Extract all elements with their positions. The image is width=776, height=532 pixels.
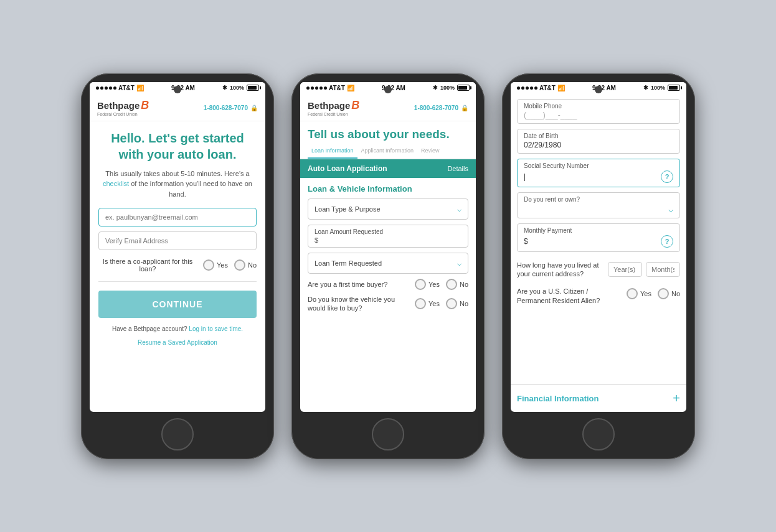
radio-circle-1 bbox=[415, 279, 426, 290]
dollar-sign-3: $ bbox=[524, 237, 528, 246]
phone-number-1[interactable]: 1-800-628-7070 🔒 bbox=[204, 105, 258, 111]
co-applicant-yes[interactable]: Yes bbox=[203, 259, 228, 271]
months-input[interactable] bbox=[646, 262, 680, 277]
address-duration-label: How long have you lived at your current … bbox=[517, 261, 603, 279]
ssn-field[interactable]: Social Security Number | ? bbox=[517, 159, 680, 187]
logo-sub-1: Federal Credit Union bbox=[97, 112, 149, 117]
phone-number-2[interactable]: 1-800-628-7070 🔒 bbox=[414, 105, 468, 111]
rent-own-field[interactable]: Do you rent or own? ⌵ bbox=[517, 192, 680, 218]
first-time-no[interactable]: No bbox=[446, 279, 468, 290]
vehicle-no[interactable]: No bbox=[446, 298, 468, 309]
yes-label-2: Yes bbox=[428, 281, 440, 288]
citizen-no[interactable]: No bbox=[658, 288, 680, 299]
home-button-2[interactable] bbox=[372, 418, 404, 450]
first-time-yes[interactable]: Yes bbox=[415, 279, 440, 290]
ssn-cursor: | bbox=[524, 172, 526, 181]
loan-term-label: Loan Term Requested bbox=[315, 259, 382, 267]
time-1: 9:32 AM bbox=[171, 85, 195, 91]
citizen-radio-yes bbox=[627, 288, 638, 299]
lock-icon-1: 🔒 bbox=[250, 105, 258, 111]
financial-title: Financial Information bbox=[517, 394, 599, 403]
mobile-phone-field[interactable]: Mobile Phone (____)___-____ bbox=[517, 99, 680, 124]
co-applicant-label: Is there a co-applicant for this loan? bbox=[98, 258, 197, 273]
yes-label-4: Yes bbox=[640, 290, 651, 297]
account-text: Have a Bethpage account? Log in to save … bbox=[98, 325, 257, 332]
phone-2: AT&T 📶 9:32 AM ✱ 100% Bethpage B Federal… bbox=[291, 73, 485, 459]
radio-no-circle bbox=[234, 259, 245, 271]
loan-amount-input: $ bbox=[308, 235, 468, 247]
email-input[interactable] bbox=[98, 208, 257, 226]
verify-email-input[interactable] bbox=[98, 231, 257, 250]
co-applicant-no[interactable]: No bbox=[234, 259, 257, 271]
email-field-wrapper bbox=[98, 208, 257, 231]
chevron-down-icon: ⌵ bbox=[457, 205, 461, 213]
monthly-payment-label: Monthly Payment bbox=[518, 224, 679, 234]
logo-b-1: B bbox=[141, 99, 149, 112]
phone-1-screen: AT&T 📶 9:32 AM ✱ 100% Bethpage B Federal… bbox=[90, 82, 265, 412]
logo-text-2: Bethpage bbox=[308, 100, 350, 111]
chevron-down-icon-2: ⌵ bbox=[457, 259, 461, 268]
carrier-1: AT&T bbox=[118, 85, 135, 91]
headline-1: Hello. Let's get started with your auto … bbox=[98, 130, 257, 162]
bluetooth-icon-1: ✱ bbox=[222, 85, 227, 91]
home-button-3[interactable] bbox=[582, 418, 615, 450]
citizen-row: Are you a U.S. Citizen / Permanent Resid… bbox=[517, 287, 680, 311]
ssn-help-icon[interactable]: ? bbox=[661, 170, 673, 183]
monthly-payment-field[interactable]: Monthly Payment $ ? bbox=[517, 223, 680, 252]
citizen-label: Are you a U.S. Citizen / Permanent Resid… bbox=[517, 287, 622, 306]
loan-amount-label: Loan Amount Requested bbox=[308, 225, 468, 235]
tab-loan-info[interactable]: Loan Information bbox=[308, 145, 357, 159]
no-label-2: No bbox=[460, 281, 468, 288]
dob-field[interactable]: Date of Birth 02/29/1980 bbox=[517, 129, 680, 154]
body-1: Hello. Let's get started with your auto … bbox=[90, 121, 265, 412]
vehicle-row: Do you know the vehicle you would like t… bbox=[308, 295, 468, 313]
financial-section[interactable]: Financial Information + bbox=[511, 384, 686, 412]
tab-review[interactable]: Review bbox=[417, 145, 443, 159]
body-2: Tell us about your needs. Loan Informati… bbox=[300, 121, 476, 412]
vehicle-label: Do you know the vehicle you would like t… bbox=[308, 295, 410, 313]
battery-pct-1: 100% bbox=[230, 85, 244, 91]
radio-circle-3 bbox=[415, 298, 426, 309]
radio-yes-circle bbox=[203, 259, 214, 271]
logo-2: Bethpage B Federal Credit Union bbox=[308, 99, 359, 117]
signal-dots-2 bbox=[306, 86, 327, 90]
yes-label-3: Yes bbox=[428, 300, 440, 307]
time-3: 9:32 AM bbox=[592, 85, 616, 91]
expand-financial-icon[interactable]: + bbox=[673, 391, 680, 406]
citizen-yes[interactable]: Yes bbox=[627, 288, 651, 299]
citizen-radio-no bbox=[658, 288, 669, 299]
subtext-1: This usually takes about 5-10 minutes. H… bbox=[98, 169, 257, 200]
resume-link[interactable]: Resume a Saved Application bbox=[138, 339, 217, 346]
carrier-2: AT&T bbox=[329, 85, 345, 91]
home-button-1[interactable] bbox=[161, 418, 194, 450]
ssn-input[interactable]: | ? bbox=[518, 169, 679, 187]
tab-applicant-info[interactable]: Applicant Information bbox=[357, 145, 418, 159]
battery-pct-2: 100% bbox=[440, 85, 455, 91]
loan-term-dropdown[interactable]: Loan Term Requested ⌵ bbox=[308, 253, 468, 274]
no-label-1: No bbox=[248, 261, 257, 269]
login-link[interactable]: Log in to save time. bbox=[189, 325, 243, 332]
co-applicant-group: Is there a co-applicant for this loan? Y… bbox=[98, 258, 257, 273]
citizen-options: Yes No bbox=[627, 288, 680, 299]
dob-value: 02/29/1980 bbox=[518, 139, 679, 153]
vehicle-options: Yes No bbox=[415, 298, 468, 309]
loan-type-label: Loan Type & Purpose bbox=[315, 205, 381, 213]
status-bar-2: AT&T 📶 9:32 AM ✱ 100% bbox=[300, 82, 476, 94]
wifi-icon-2: 📶 bbox=[347, 85, 354, 91]
form-area-2: Loan Type & Purpose ⌵ Loan Amount Reques… bbox=[300, 198, 476, 412]
no-label-4: No bbox=[671, 290, 680, 297]
loan-amount-field[interactable]: Loan Amount Requested $ bbox=[308, 225, 468, 248]
status-right-3: ✱ 100% bbox=[643, 85, 680, 91]
address-duration-inputs bbox=[608, 262, 680, 277]
vehicle-yes[interactable]: Yes bbox=[415, 298, 440, 309]
monthly-payment-input[interactable]: $ ? bbox=[518, 234, 679, 251]
rent-own-input[interactable]: ⌵ bbox=[518, 203, 679, 218]
section-details: Details bbox=[447, 165, 468, 172]
rent-own-label: Do you rent or own? bbox=[518, 193, 679, 203]
years-input[interactable] bbox=[608, 262, 642, 277]
phone-2-screen: AT&T 📶 9:32 AM ✱ 100% Bethpage B Federal… bbox=[300, 82, 476, 412]
continue-button[interactable]: CONTINUE bbox=[98, 291, 257, 318]
monthly-help-icon[interactable]: ? bbox=[661, 235, 673, 248]
checklist-link[interactable]: checklist bbox=[103, 180, 129, 187]
loan-type-dropdown[interactable]: Loan Type & Purpose ⌵ bbox=[308, 198, 468, 220]
